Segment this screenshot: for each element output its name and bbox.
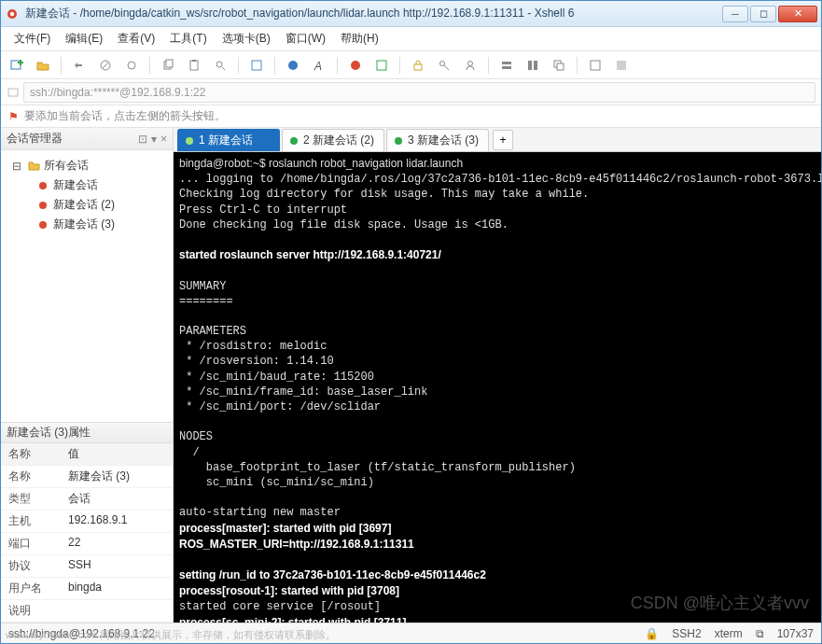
tree-item[interactable]: 新建会话 (2) (5, 195, 169, 215)
svg-rect-29 (617, 61, 626, 70)
hint-bar: ⚑ 要添加当前会话，点击左侧的箭头按钮。 (1, 105, 821, 128)
tab[interactable]: 1 新建会话 (177, 129, 280, 151)
menu-view[interactable]: 查看(V) (112, 28, 160, 49)
hint-text: 要添加当前会话，点击左侧的箭头按钮。 (24, 108, 226, 124)
user-icon[interactable] (460, 55, 481, 76)
properties-icon[interactable] (246, 55, 267, 76)
tab-label: 3 新建会话 (3) (408, 133, 479, 148)
prop-val (64, 600, 173, 622)
close-button[interactable]: ✕ (778, 6, 817, 22)
svg-rect-8 (166, 60, 173, 67)
svg-rect-10 (192, 60, 196, 62)
svg-rect-23 (502, 66, 511, 69)
fullscreen-icon[interactable] (585, 55, 606, 76)
svg-point-19 (440, 61, 445, 65)
menu-edit[interactable]: 编辑(E) (60, 28, 108, 49)
tree-root[interactable]: ⊟ 所有会话 (5, 156, 169, 175)
sidebar: 会话管理器 ⊡ ▾ × ⊟ 所有会话 新建会话 (1, 128, 174, 623)
prop-key: 名称 (1, 466, 64, 487)
tab[interactable]: 3 新建会话 (3) (386, 129, 489, 151)
font-icon[interactable]: A (309, 55, 329, 76)
svg-line-12 (222, 67, 225, 70)
titlebar: 新建会话 - /home/bingda/catkin_ws/src/robot_… (1, 1, 821, 27)
new-session-icon[interactable] (7, 55, 27, 76)
prop-val: bingda (64, 578, 173, 599)
tile-v-icon[interactable] (522, 55, 543, 76)
tab-bar: 1 新建会话2 新建会话 (2)3 新建会话 (3) + (174, 128, 821, 152)
cascade-icon[interactable] (549, 55, 569, 76)
tab[interactable]: 2 新建会话 (2) (282, 129, 384, 151)
terminal[interactable]: bingda@robot:~$ roslaunch robot_navigati… (174, 152, 821, 623)
flag-icon: ⚑ (8, 110, 19, 123)
prop-key: 协议 (1, 555, 64, 577)
add-tab-button[interactable]: + (493, 130, 513, 150)
tab-label: 2 新建会话 (2) (303, 133, 374, 148)
session-manager-header: 会话管理器 ⊡ ▾ × (1, 128, 173, 150)
prop-header-val: 值 (64, 443, 173, 465)
status-dot-icon (290, 137, 298, 145)
prop-key: 类型 (1, 488, 64, 510)
collapse-icon[interactable]: ⊟ (12, 160, 23, 173)
svg-line-20 (444, 65, 449, 70)
svg-rect-28 (591, 61, 600, 70)
tab-label: 1 新建会话 (199, 133, 253, 148)
svg-rect-9 (190, 61, 198, 70)
minimize-button[interactable]: ─ (722, 6, 748, 22)
find-icon[interactable] (210, 55, 230, 76)
tree-item-label: 新建会话 (2) (53, 197, 115, 213)
paste-icon[interactable] (184, 55, 204, 76)
status-size: 107x37 (777, 627, 814, 640)
svg-point-21 (468, 61, 473, 65)
menu-tools[interactable]: 工具(T) (164, 28, 212, 49)
session-manager-label: 会话管理器 (7, 131, 63, 147)
sidebar-pin-icon[interactable]: ⊡ (138, 133, 147, 146)
app-window: 新建会话 - /home/bingda/catkin_ws/src/robot_… (0, 0, 822, 644)
prop-key: 说明 (1, 600, 64, 622)
prop-key: 端口 (1, 533, 64, 554)
svg-point-31 (39, 182, 47, 189)
tree-item[interactable]: 新建会话 (3) (5, 215, 169, 234)
tile-h-icon[interactable] (496, 55, 517, 76)
reconnect-icon[interactable] (121, 55, 142, 76)
lock-icon[interactable] (408, 55, 428, 76)
session-tree: ⊟ 所有会话 新建会话 新建会话 (2) 新建会话 (3) (1, 150, 173, 422)
menu-window[interactable]: 窗口(W) (280, 28, 331, 49)
status-dot-icon (186, 137, 193, 145)
svg-rect-25 (534, 61, 537, 70)
open-icon[interactable] (33, 55, 53, 76)
window-title: 新建会话 - /home/bingda/catkin_ws/src/robot_… (25, 6, 722, 21)
address-input[interactable]: ssh://bingda:******@192.168.9.1:22 (23, 82, 815, 103)
disconnect-icon[interactable] (95, 55, 116, 76)
menu-help[interactable]: 帮助(H) (335, 28, 384, 49)
svg-rect-13 (252, 61, 261, 70)
color-icon[interactable] (283, 55, 303, 76)
session-icon (36, 199, 49, 212)
menu-tabs[interactable]: 选项卡(B) (216, 28, 276, 49)
svg-text:A: A (313, 60, 322, 72)
addr-go-icon[interactable] (7, 86, 20, 99)
key-icon[interactable] (434, 55, 454, 76)
sidebar-close-icon[interactable]: × (160, 133, 167, 146)
connect-icon[interactable] (69, 55, 90, 76)
sidebar-menu-icon[interactable]: ▾ (151, 133, 157, 146)
svg-point-11 (216, 62, 222, 67)
tree-item[interactable]: 新建会话 (5, 175, 169, 195)
menu-file[interactable]: 文件(F) (8, 28, 56, 49)
property-grid: 新建会话 (3)属性 名称 值 名称新建会话 (3)类型会话主机192.168.… (1, 422, 173, 623)
tree-root-label: 所有会话 (44, 158, 89, 174)
copy-icon[interactable] (158, 55, 178, 76)
app-icon (5, 7, 20, 21)
prop-key: 主机 (1, 511, 64, 532)
svg-point-33 (39, 221, 47, 229)
script-icon[interactable] (371, 55, 392, 76)
menubar: 文件(F) 编辑(E) 查看(V) 工具(T) 选项卡(B) 窗口(W) 帮助(… (1, 27, 821, 51)
maximize-button[interactable]: ◻ (750, 6, 776, 22)
xftp-icon[interactable] (345, 55, 366, 76)
folder-icon (27, 160, 40, 173)
svg-rect-24 (528, 61, 532, 70)
svg-rect-30 (8, 89, 18, 96)
svg-rect-27 (557, 63, 564, 70)
svg-rect-17 (377, 61, 386, 70)
transparency-icon[interactable] (611, 55, 632, 76)
prop-header-key: 名称 (1, 443, 64, 465)
